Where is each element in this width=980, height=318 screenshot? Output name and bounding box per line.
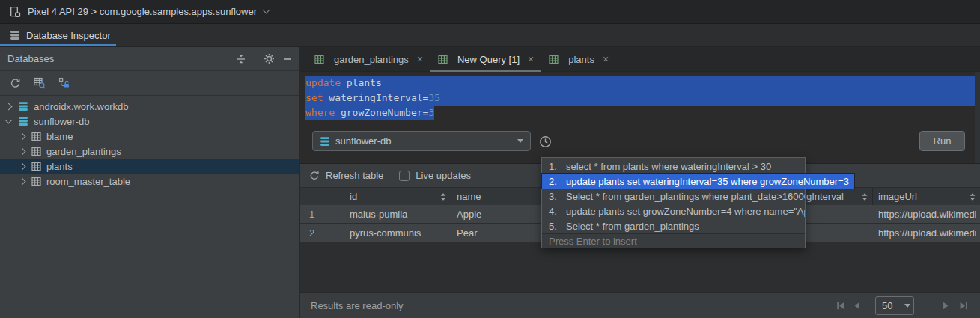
column-header-label: name bbox=[457, 191, 481, 202]
history-item-text: update plants set wateringInterval=35 wh… bbox=[566, 176, 849, 187]
tree-item-room_master_table[interactable]: room_master_table bbox=[0, 174, 299, 189]
tree-item-garden_plantings[interactable]: garden_plantings bbox=[0, 144, 299, 159]
column-header-imageUrl[interactable]: imageUrl bbox=[873, 188, 980, 205]
chevron-right-icon[interactable] bbox=[19, 132, 26, 140]
keep-connections-icon[interactable] bbox=[58, 77, 70, 89]
page-size-select[interactable]: 50 bbox=[875, 296, 914, 315]
tool-window-bar: Database Inspector bbox=[0, 24, 980, 47]
table-icon bbox=[549, 55, 559, 64]
database-selector-dropdown[interactable]: sunflower-db bbox=[312, 131, 531, 151]
device-selector[interactable]: Pixel 4 API 29 > com.google.samples.apps… bbox=[28, 6, 257, 17]
editor-tabs: garden_plantings×New Query [1]×plants× bbox=[300, 47, 980, 72]
page-size-value: 50 bbox=[876, 300, 901, 311]
tab-label: plants bbox=[568, 54, 594, 65]
column-header-id[interactable]: id bbox=[344, 188, 451, 205]
tab-label: New Query [1] bbox=[457, 54, 520, 65]
table-icon bbox=[31, 162, 41, 171]
databases-panel: Databases bbox=[0, 47, 300, 318]
live-updates-checkbox[interactable] bbox=[399, 171, 410, 181]
chevron-down-icon[interactable] bbox=[5, 117, 13, 124]
tree-item-androidx.work.workdb[interactable]: androidx.work.workdb bbox=[0, 99, 299, 114]
editor-tab-New Query [1][interactable]: New Query [1]× bbox=[430, 47, 541, 71]
sql-line: where growZoneNumber=3 bbox=[305, 106, 975, 120]
close-icon[interactable]: × bbox=[417, 54, 423, 64]
tree-item-sunflower-db[interactable]: sunflower-db bbox=[0, 114, 299, 129]
table-cell[interactable]: 2 bbox=[300, 224, 344, 242]
next-page-icon[interactable] bbox=[940, 300, 952, 311]
tree-item-label: plants bbox=[46, 161, 73, 172]
history-item-number: 2. bbox=[549, 176, 566, 187]
hide-icon[interactable] bbox=[283, 55, 292, 64]
chevron-down-icon bbox=[901, 297, 913, 314]
sql-line: set wateringInterval=35 bbox=[305, 91, 975, 106]
history-item[interactable]: 2.update plants set wateringInterval=35 … bbox=[542, 174, 854, 189]
history-item[interactable]: 5.Select * from garden_plantings bbox=[542, 218, 805, 233]
table-cell[interactable]: pyrus-communis bbox=[344, 224, 451, 242]
prev-page-icon[interactable] bbox=[851, 300, 862, 311]
collapse-icon[interactable] bbox=[236, 54, 246, 64]
chevron-right-icon[interactable] bbox=[5, 103, 13, 110]
history-item[interactable]: 3.Select * from garden_plantings where p… bbox=[542, 189, 805, 204]
close-icon[interactable]: × bbox=[603, 54, 609, 64]
history-item[interactable]: 1.select * from plants where wateringInt… bbox=[542, 159, 805, 174]
database-tree: androidx.work.workdbsunflower-dbblamegar… bbox=[0, 96, 299, 189]
table-icon bbox=[31, 132, 41, 141]
results-status-bar: Results are read-only 50 bbox=[300, 292, 980, 318]
tree-item-label: garden_plantings bbox=[46, 146, 121, 157]
chevron-right-icon[interactable] bbox=[19, 162, 26, 170]
editor-tab-garden_plantings[interactable]: garden_plantings× bbox=[307, 47, 430, 71]
run-button[interactable]: Run bbox=[919, 131, 965, 151]
chevron-down-icon[interactable] bbox=[263, 7, 270, 14]
clock-history-icon[interactable] bbox=[539, 135, 552, 148]
tab-database-inspector[interactable]: Database Inspector bbox=[0, 24, 121, 46]
readonly-note: Results are read-only bbox=[311, 293, 404, 318]
tree-item-blame[interactable]: blame bbox=[0, 129, 299, 144]
table-cell[interactable]: https://upload.wikimedi bbox=[873, 224, 980, 242]
chevron-right-icon[interactable] bbox=[19, 177, 26, 185]
sql-editor[interactable]: update plantsset wateringInterval=35wher… bbox=[300, 72, 980, 163]
refresh-table-label[interactable]: Refresh table bbox=[326, 170, 383, 181]
editor-scrollbar-gutter[interactable] bbox=[975, 72, 980, 163]
new-query-icon[interactable] bbox=[34, 77, 46, 89]
close-icon[interactable]: × bbox=[528, 54, 534, 64]
toolbar-separator bbox=[255, 52, 255, 65]
history-item[interactable]: 4.update plants set growZoneNumber=4 whe… bbox=[542, 204, 805, 218]
database-selector-value: sunflower-db bbox=[335, 135, 391, 147]
history-item-text: Select * from garden_plantings bbox=[566, 221, 699, 232]
sort-arrows-icon bbox=[969, 192, 976, 201]
sql-line: update plants bbox=[305, 76, 975, 91]
history-item-number: 4. bbox=[549, 206, 566, 217]
tree-item-label: blame bbox=[46, 131, 73, 142]
chevron-right-icon[interactable] bbox=[19, 147, 26, 155]
tree-item-label: room_master_table bbox=[46, 176, 130, 187]
history-item-number: 3. bbox=[549, 191, 566, 202]
refresh-icon[interactable] bbox=[10, 78, 21, 89]
table-cell[interactable]: malus-pumila bbox=[344, 205, 451, 223]
history-item-text: Select * from garden_plantings where pla… bbox=[566, 191, 805, 202]
last-page-icon[interactable] bbox=[958, 300, 970, 311]
database-stack-icon bbox=[320, 136, 330, 147]
live-updates-label: Live updates bbox=[416, 170, 471, 181]
popup-footer-hint: Press Enter to insert bbox=[542, 233, 805, 248]
table-icon bbox=[31, 147, 41, 156]
history-item-number: 1. bbox=[549, 161, 566, 172]
query-history-popup: 1.select * from plants where wateringInt… bbox=[541, 157, 806, 248]
tree-item-label: sunflower-db bbox=[34, 116, 89, 127]
sql-code: update plantsset wateringInterval=35wher… bbox=[305, 76, 975, 120]
query-history-items: 1.select * from plants where wateringInt… bbox=[542, 159, 805, 233]
column-header-rownum[interactable] bbox=[300, 188, 344, 205]
first-page-icon[interactable] bbox=[835, 300, 846, 311]
settings-gear-icon[interactable] bbox=[264, 53, 275, 64]
editor-tab-plants[interactable]: plants× bbox=[541, 47, 616, 71]
databases-toolbar bbox=[0, 71, 299, 96]
tree-item-plants[interactable]: plants bbox=[0, 159, 299, 174]
history-item-text: update plants set growZoneNumber=4 where… bbox=[566, 206, 805, 217]
sql-selection: where growZoneNumber=3 bbox=[305, 106, 434, 120]
refresh-icon[interactable] bbox=[309, 171, 320, 181]
database-stack-icon bbox=[10, 30, 20, 40]
table-cell[interactable]: 1 bbox=[300, 205, 344, 223]
device-toolbar: Pixel 4 API 29 > com.google.samples.apps… bbox=[0, 0, 980, 24]
column-header-label: id bbox=[350, 191, 357, 202]
table-icon bbox=[31, 177, 41, 186]
table-cell[interactable]: https://upload.wikimedi bbox=[873, 205, 980, 223]
